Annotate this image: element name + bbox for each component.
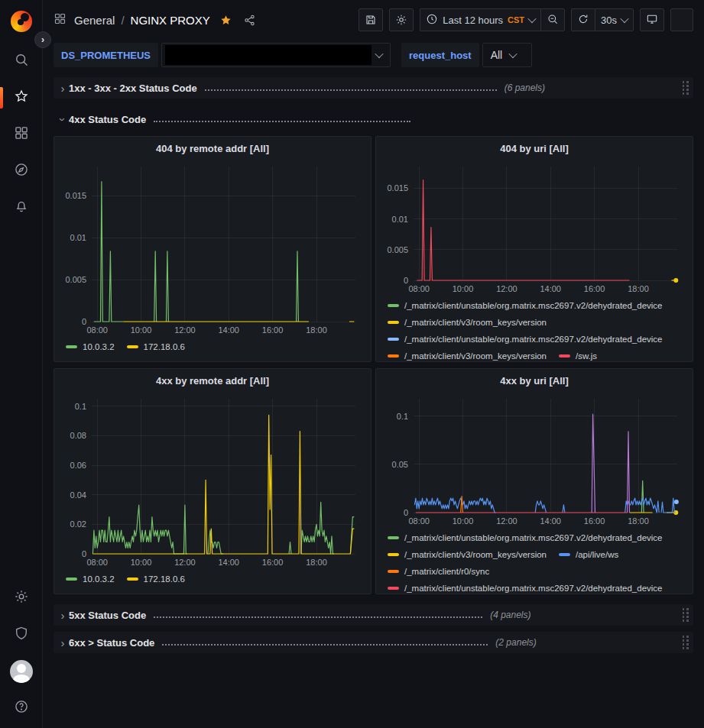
breadcrumb-dashboard-title: NGINX PROXY [131, 14, 210, 27]
help-icon [14, 699, 29, 717]
timeseries-chart[interactable]: 00.020.040.060.080.108:0010:0012:0014:00… [58, 392, 366, 569]
svg-text:10:00: 10:00 [453, 284, 474, 293]
svg-text:18:00: 18:00 [306, 325, 327, 335]
legend-series-name: 172.18.0.6 [144, 342, 185, 351]
apps-grid-icon [54, 12, 67, 28]
chevron-right-icon: › [57, 82, 69, 95]
refresh-interval-picker[interactable]: 30s [595, 8, 634, 31]
sidebar-nav [0, 43, 42, 226]
time-range-picker[interactable]: Last 12 hours CST [420, 8, 540, 31]
legend-swatch [388, 587, 399, 590]
gear-icon [14, 589, 29, 607]
sidebar-item-starred[interactable] [0, 79, 42, 116]
tv-mode-button[interactable] [640, 8, 664, 31]
sidebar-item-search[interactable] [0, 43, 42, 79]
legend-series-name: 10.0.3.2 [83, 574, 115, 584]
legend-item[interactable]: 10.0.3.2 [66, 571, 115, 587]
legend-item[interactable]: /api/live/ws [559, 546, 618, 563]
row-title: 1xx - 3xx - 2xx Status Code [69, 83, 197, 94]
svg-text:0: 0 [82, 317, 86, 326]
legend-swatch [388, 536, 399, 539]
svg-text:0.005: 0.005 [387, 245, 408, 254]
chevron-down-icon: › [57, 113, 70, 125]
timeseries-chart[interactable]: 00.0050.010.01508:0010:0012:0014:0016:00… [58, 160, 366, 337]
row-drag-handle-icon[interactable] [683, 636, 689, 649]
panel-4xx-by-uri: 4xx by uri [All] 00.050.108:0010:0012:00… [375, 368, 693, 594]
row-drag-handle-icon[interactable] [683, 81, 689, 95]
panel-title: 4xx by remote addr [All] [156, 375, 269, 387]
row-4xx[interactable]: › 4xx Status Code [54, 108, 693, 130]
zoom-out-time-button[interactable] [540, 8, 565, 31]
sidebar-item-alerting[interactable] [0, 189, 42, 226]
sidebar-item-server-admin[interactable] [0, 616, 42, 653]
legend-series-name: /api/live/ws [576, 550, 618, 559]
sidebar-item-help[interactable] [0, 690, 42, 726]
svg-text:0: 0 [82, 549, 86, 558]
sidebar-collapse-button[interactable]: › [34, 31, 51, 48]
row-6xx[interactable]: › 6xx > Status Code (2 panels) [54, 632, 693, 653]
panel-404-by-remote-addr: 404 by remote addr [All] 00.0050.010.015… [54, 136, 371, 362]
svg-text:14:00: 14:00 [218, 325, 239, 335]
legend-item[interactable]: 10.0.3.2 [66, 338, 115, 355]
more-options-button[interactable] [670, 8, 693, 31]
legend-item[interactable]: /sw.js [559, 348, 597, 361]
legend-item[interactable]: /_matrix/client/unstable/org.matrix.msc2… [388, 297, 663, 314]
legend-item[interactable]: /_matrix/client/unstable/org.matrix.msc2… [388, 529, 663, 546]
panel-header[interactable]: 4xx by remote addr [All] [58, 369, 367, 392]
legend-item[interactable]: /_matrix/client/v3/room_keys/version [388, 314, 547, 331]
legend-series-name: 172.18.0.6 [144, 574, 185, 584]
refresh-button[interactable] [571, 8, 595, 31]
breadcrumb-folder[interactable]: General [74, 14, 115, 27]
row-drag-handle-icon[interactable] [683, 608, 689, 622]
legend-item[interactable]: 172.18.0.6 [127, 571, 185, 587]
share-icon[interactable] [242, 12, 258, 28]
legend-item[interactable]: /_matrix/client/unstable/org.matrix.msc2… [388, 331, 663, 348]
svg-text:10:00: 10:00 [453, 516, 474, 526]
top-navigation: General / NGINX PROXY Last 12 hours CST [43, 0, 704, 40]
panel-header[interactable]: 404 by uri [All] [380, 137, 689, 160]
svg-text:0.005: 0.005 [65, 275, 86, 284]
legend-item[interactable]: /_matrix/client/unstable/org.matrix.msc2… [388, 580, 663, 594]
sidebar-item-profile[interactable] [0, 653, 42, 690]
variable-label-ds-prometheus[interactable]: DS_PROMETHEUS [54, 43, 158, 67]
legend-swatch [66, 578, 77, 581]
panel-title: 4xx by uri [All] [500, 375, 569, 387]
legend-item[interactable]: 172.18.0.6 [127, 338, 185, 355]
svg-text:0.05: 0.05 [392, 460, 408, 469]
svg-text:10:00: 10:00 [131, 325, 152, 335]
bell-icon [14, 199, 29, 217]
chevron-down-icon [620, 15, 628, 23]
legend-swatch [388, 354, 399, 358]
shield-icon [14, 626, 29, 644]
sidebar-item-settings[interactable] [0, 580, 42, 616]
svg-text:14:00: 14:00 [540, 284, 561, 293]
breadcrumb-separator: / [121, 14, 124, 27]
svg-text:0.015: 0.015 [65, 191, 86, 200]
svg-text:0.01: 0.01 [392, 215, 408, 224]
row-1xx-3xx-2xx[interactable]: › 1xx - 3xx - 2xx Status Code (6 panels) [54, 77, 693, 99]
save-dashboard-button[interactable] [358, 8, 383, 31]
legend-series-name: /_matrix/client/unstable/org.matrix.msc2… [404, 335, 663, 344]
svg-text:0.01: 0.01 [70, 233, 86, 242]
legend-item[interactable]: /_matrix/client/v3/room_keys/version [388, 546, 547, 563]
panel-title: 404 by uri [All] [500, 143, 569, 154]
avatar [10, 660, 33, 683]
timeseries-chart[interactable]: 00.050.108:0010:0012:0014:0016:0018:00 [380, 392, 688, 528]
dashboard-canvas: › 1xx - 3xx - 2xx Status Code (6 panels)… [43, 70, 704, 728]
datasource-variable-select[interactable] [161, 43, 391, 67]
sidebar-item-dashboards[interactable] [0, 116, 42, 153]
legend-swatch [388, 570, 399, 573]
request-host-variable-select[interactable]: All [482, 43, 533, 67]
dashboard-settings-button[interactable] [389, 8, 414, 31]
timeseries-chart[interactable]: 00.0050.010.01508:0010:0012:0014:0016:00… [380, 160, 688, 296]
variable-label-request-host[interactable]: request_host [401, 43, 479, 67]
legend-swatch [66, 345, 77, 348]
legend-item[interactable]: /_matrix/client/v3/room_keys/version [388, 348, 547, 361]
row-5xx[interactable]: › 5xx Status Code (4 panels) [54, 604, 693, 626]
favorite-star-icon[interactable] [218, 12, 234, 28]
panel-header[interactable]: 4xx by uri [All] [380, 369, 689, 392]
legend-item[interactable]: /_matrix/client/r0/sync [388, 563, 489, 580]
sidebar-item-explore[interactable] [0, 153, 42, 189]
svg-text:0.04: 0.04 [70, 490, 86, 500]
panel-header[interactable]: 404 by remote addr [All] [58, 137, 367, 160]
